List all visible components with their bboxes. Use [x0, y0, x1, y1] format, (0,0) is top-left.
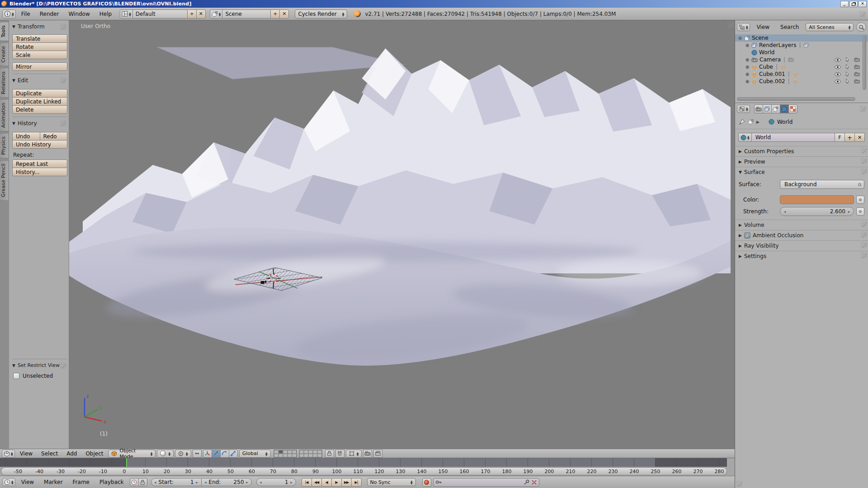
outliner-row-world[interactable]: World	[735, 49, 868, 56]
collapse-minus-icon[interactable]: ⊖	[738, 36, 742, 41]
play-reverse-button[interactable]: ◀	[321, 478, 332, 487]
timeline-menu-marker[interactable]: Marker	[40, 478, 66, 487]
transform-orientation-dropdown[interactable]: Global ▲▼	[239, 450, 271, 458]
outliner-row-cube001[interactable]: ⊕ Cube.001 |	[735, 70, 868, 78]
repeat-last-button[interactable]: Repeat Last	[12, 160, 67, 168]
duplicate-linked-button[interactable]: Duplicate Linked	[12, 97, 67, 106]
panel-header-surface[interactable]: ▼ Surface	[735, 167, 868, 177]
frame-end-field[interactable]: ◂ End: 250 ▸	[201, 478, 252, 486]
duplicate-button[interactable]: Duplicate	[12, 89, 67, 98]
jump-to-start-button[interactable]: |◀	[302, 478, 312, 487]
editor-type-selector-properties[interactable]: ▲▼	[737, 105, 750, 113]
restore-button[interactable]	[849, 1, 858, 7]
close-layout-button[interactable]: ✕	[196, 9, 206, 19]
outliner-row-cube[interactable]: ⊕ Cube |	[735, 63, 868, 70]
renderability-camera-icon[interactable]	[854, 79, 860, 84]
header-resize-grip[interactable]	[859, 11, 866, 17]
tab-scene[interactable]	[771, 104, 780, 113]
panel-ray-visibility[interactable]: ▶ Ray Visibility	[735, 240, 868, 251]
pivot-align-toggle[interactable]: ↔	[193, 450, 202, 458]
selectability-cursor-icon[interactable]	[845, 57, 849, 62]
viewport-corner-grip[interactable]	[727, 21, 734, 28]
visibility-eye-icon[interactable]	[835, 72, 841, 76]
renderability-camera-icon[interactable]	[854, 65, 860, 69]
shelf-tab-grease-pencil[interactable]: Grease Pencil	[0, 160, 9, 201]
surface-shader-dropdown[interactable]: Background	[780, 180, 864, 189]
ambient-occlusion-checkbox[interactable]: ✓	[744, 232, 750, 239]
selectability-cursor-icon[interactable]	[845, 64, 849, 70]
screen-layout-browse[interactable]: ▲▼	[120, 9, 133, 19]
panel-settings[interactable]: ▶ Settings	[735, 251, 868, 261]
layer-buttons[interactable]	[274, 450, 322, 458]
outliner-row-camera[interactable]: ⊕ Camera |	[735, 56, 868, 63]
panel-header-transform[interactable]: ▼ Transform	[12, 23, 67, 30]
translate-button[interactable]: Translate	[12, 34, 67, 43]
search-button[interactable]	[856, 23, 866, 32]
spinner-left-icon[interactable]: ◂	[205, 480, 207, 484]
panel-volume[interactable]: ▶ Volume	[735, 220, 868, 230]
shelf-tab-relations[interactable]: Relations	[0, 68, 9, 98]
panel-preview[interactable]: ▶ Preview	[735, 156, 868, 167]
visibility-eye-icon[interactable]	[835, 80, 841, 84]
scene-name-field[interactable]: Scene	[222, 9, 271, 19]
close-button[interactable]: ✕	[859, 1, 867, 7]
world-name-field[interactable]: World	[752, 133, 835, 142]
outliner-row-renderlayers[interactable]: ⊕ RenderLayers |	[735, 42, 868, 49]
viewport-menu-view[interactable]: View	[16, 450, 36, 457]
undo-history-button[interactable]: Undo History	[12, 140, 67, 149]
menu-window[interactable]: Window	[64, 9, 94, 19]
shelf-tab-create[interactable]: Create	[0, 42, 9, 66]
prev-keyframe-button[interactable]: ◀◀	[311, 478, 322, 487]
spinner-left-icon[interactable]: ◂	[155, 480, 156, 484]
outliner-vertical-scrollbar[interactable]	[863, 36, 866, 90]
manipulator-scale[interactable]	[229, 450, 238, 458]
sync-mode-dropdown[interactable]: No Sync ▲▼	[367, 478, 416, 486]
snap-toggle[interactable]	[335, 450, 344, 458]
tab-texture[interactable]	[788, 104, 797, 113]
timeline-ruler-strip[interactable]: -50-40-30-20-100102030405060708090100110…	[1, 467, 727, 475]
outliner-row-scene[interactable]: ⊖ Scene	[735, 34, 868, 42]
unlink-world-button[interactable]: ✕	[855, 133, 865, 142]
outliner-row-cube002[interactable]: ⊕ Cube.002 |	[735, 78, 868, 85]
viewport-menu-select[interactable]: Select	[38, 450, 61, 457]
timeline-menu-frame[interactable]: Frame	[69, 478, 94, 487]
jump-to-end-button[interactable]: ▶|	[351, 478, 362, 487]
editor-type-selector-timeline[interactable]: ▲▼	[2, 478, 15, 486]
viewport-shading-dropdown[interactable]: ▲▼	[157, 450, 174, 458]
timeline-frame-band[interactable]	[0, 458, 735, 467]
viewport-menu-add[interactable]: Add	[63, 450, 80, 457]
scale-button[interactable]: Scale	[12, 51, 67, 59]
redo-button[interactable]: Redo	[40, 132, 68, 141]
opengl-render-anim-button[interactable]	[373, 450, 382, 458]
timeline-menu-view[interactable]: View	[17, 478, 38, 487]
next-keyframe-button[interactable]: ▶▶	[341, 478, 352, 487]
editor-type-selector-outliner[interactable]: ▲▼	[737, 23, 750, 31]
outliner-menu-view[interactable]: View	[753, 23, 774, 32]
shelf-tab-tools[interactable]: Tools	[0, 22, 9, 41]
viewport-menu-object[interactable]: Object	[82, 450, 107, 457]
strength-socket-button[interactable]	[856, 207, 864, 216]
screen-layout-field[interactable]: Default	[132, 9, 188, 19]
panel-header-set-restrict-view[interactable]: ▼ Set Restrict View	[12, 362, 67, 368]
manipulator-toggle[interactable]	[203, 450, 212, 458]
selectability-cursor-icon[interactable]	[845, 71, 849, 77]
close-scene-button[interactable]: ✕	[279, 9, 289, 19]
visibility-eye-icon[interactable]	[835, 65, 841, 69]
manipulator-translate[interactable]	[212, 450, 221, 458]
manipulator-rotate[interactable]	[220, 450, 229, 458]
outliner-filter-dropdown[interactable]: All Scenes ▲▼	[806, 23, 854, 31]
renderability-camera-icon[interactable]	[854, 72, 860, 76]
selectability-cursor-icon[interactable]	[845, 79, 849, 84]
add-world-button[interactable]: +	[845, 133, 855, 142]
menu-file[interactable]: File	[17, 9, 34, 19]
play-button[interactable]: ▶	[331, 478, 342, 487]
editor-type-selector-3dview[interactable]: ▲▼	[2, 450, 15, 458]
mirror-button[interactable]: Mirror	[12, 62, 67, 71]
use-preview-range-toggle[interactable]	[130, 478, 139, 486]
delete-keyframe-icon[interactable]	[531, 479, 537, 485]
tab-world[interactable]	[780, 104, 789, 113]
outliner-horizontal-scrollbar[interactable]	[737, 97, 855, 101]
frame-start-field[interactable]: ◂ Start: 1 ▸	[151, 478, 202, 486]
spinner-right-icon[interactable]: ▸	[291, 480, 292, 484]
pin-icon[interactable]	[739, 119, 745, 125]
